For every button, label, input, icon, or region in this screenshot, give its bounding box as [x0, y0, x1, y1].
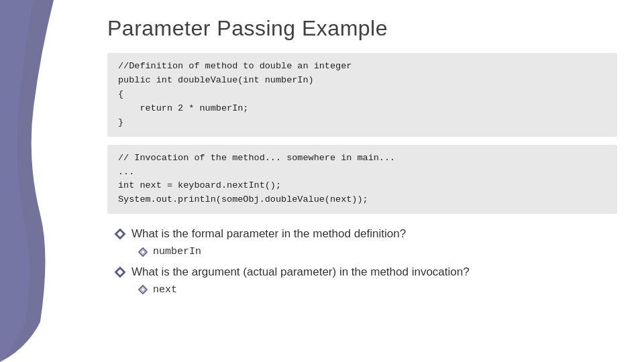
questions-section: What is the formal parameter in the meth… — [107, 226, 617, 296]
question-2-text: What is the argument (actual parameter) … — [131, 264, 470, 280]
diamond-icon-1 — [114, 228, 126, 240]
answer-2-text: next — [153, 284, 177, 296]
page-title: Parameter Passing Example — [107, 16, 617, 41]
answer-2: next — [138, 284, 617, 296]
answer-1-text: numberIn — [153, 246, 201, 257]
question-1-text: What is the formal parameter in the meth… — [131, 226, 406, 242]
question-1: What is the formal parameter in the meth… — [114, 226, 617, 242]
answer-1: numberIn — [138, 246, 617, 257]
diamond-icon-2 — [114, 266, 126, 278]
code-definition: //Definition of method to double an inte… — [107, 53, 617, 137]
diamond-small-icon-2 — [138, 285, 148, 294]
diamond-small-icon-1 — [138, 247, 148, 257]
code-invocation: // Invocation of the method... somewhere… — [107, 145, 617, 215]
question-2: What is the argument (actual parameter) … — [114, 264, 617, 280]
decorative-left — [0, 0, 94, 362]
